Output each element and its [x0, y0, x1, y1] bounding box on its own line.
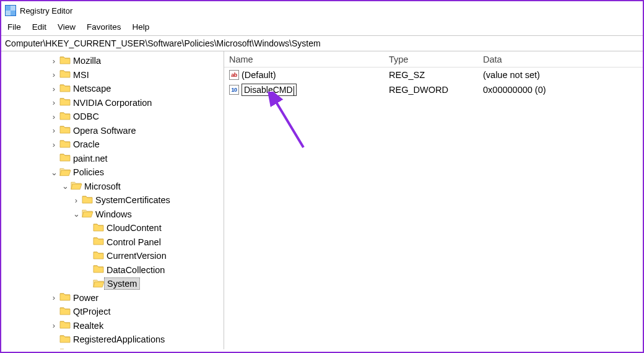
folder-icon — [58, 152, 73, 164]
folder-icon — [58, 334, 73, 346]
list-header: Name Type Data — [224, 51, 643, 68]
chevron-down-icon[interactable]: ⌄ — [50, 168, 58, 177]
tree-item-label: QtProject — [73, 307, 110, 316]
chevron-right-icon[interactable]: › — [72, 196, 80, 205]
folder-icon — [58, 167, 73, 178]
chevron-right-icon[interactable]: › — [50, 140, 58, 149]
chevron-down-icon[interactable]: ⌄ — [61, 181, 69, 191]
chevron-right-icon[interactable]: › — [50, 112, 58, 121]
dword-value-icon: 10 — [229, 85, 239, 95]
value-type: REG_DWORD — [384, 85, 478, 95]
value-data: (value not set) — [478, 70, 643, 80]
folder-icon — [58, 69, 73, 81]
value-row[interactable]: 10DisableCMDREG_DWORD0x00000000 (0) — [224, 82, 643, 97]
chevron-right-icon[interactable]: › — [50, 70, 58, 79]
tree-item-label: paint.net — [73, 154, 108, 163]
folder-icon — [80, 208, 95, 220]
menu-file[interactable]: File — [7, 22, 21, 32]
window-title: Registry Editor — [20, 6, 72, 15]
tree-item-datacollection[interactable]: DataCollection — [1, 263, 224, 277]
folder-icon — [58, 124, 73, 136]
value-data: 0x00000000 (0) — [478, 85, 643, 95]
tree-item-opera-software[interactable]: ›Opera Software — [1, 124, 224, 138]
tree-item-label: Windows — [95, 209, 132, 219]
values-list[interactable]: Name Type Data ab(Default)REG_SZ(value n… — [224, 51, 643, 349]
menu-edit[interactable]: Edit — [32, 22, 46, 32]
tree-item-label: Netscape — [73, 84, 111, 94]
folder-icon — [58, 55, 73, 67]
value-row[interactable]: ab(Default)REG_SZ(value not set) — [224, 68, 643, 82]
folder-icon — [92, 250, 107, 262]
tree-item-label: Oracle — [73, 139, 100, 149]
tree-item-microsoft[interactable]: ⌄Microsoft — [1, 180, 224, 194]
tree-item-label: NVIDIA Corporation — [73, 98, 152, 108]
chevron-right-icon[interactable]: › — [50, 321, 58, 330]
tree-item-label: Power — [73, 293, 98, 303]
folder-icon — [58, 139, 73, 150]
tree-item-label: MSI — [73, 70, 89, 80]
tree-item-power[interactable]: ›Power — [1, 291, 224, 305]
folder-icon — [80, 194, 95, 206]
app-icon — [5, 5, 16, 16]
value-name: (Default) — [242, 70, 276, 80]
tree-item-nvidia-corporation[interactable]: ›NVIDIA Corporation — [1, 96, 224, 110]
folder-icon — [58, 306, 73, 318]
chevron-right-icon[interactable]: › — [50, 56, 58, 66]
folder-icon — [58, 111, 73, 123]
tree-item-label: DataCollection — [107, 265, 165, 275]
tree-item-oracle[interactable]: ›Oracle — [1, 137, 224, 152]
content-area: ›Mozilla›MSI›Netscape›NVIDIA Corporation… — [1, 51, 643, 349]
tree-item-label: CloudContent — [107, 223, 162, 233]
tree-item-systemcertificates[interactable]: ›SystemCertificates — [1, 193, 224, 207]
menu-help[interactable]: Help — [133, 22, 150, 32]
tree-item-control-panel[interactable]: Control Panel — [1, 235, 224, 250]
tree-item-odbc[interactable]: ›ODBC — [1, 110, 224, 124]
folder-icon — [69, 180, 84, 192]
col-header-data[interactable]: Data — [478, 54, 643, 64]
folder-icon — [58, 347, 73, 349]
menu-view[interactable]: View — [58, 22, 76, 32]
tree-view[interactable]: ›Mozilla›MSI›Netscape›NVIDIA Corporation… — [1, 51, 224, 349]
tree-item-label: Mozilla — [73, 56, 101, 66]
tree-item-label: Policies — [73, 167, 104, 177]
menu-favorites[interactable]: Favorites — [87, 22, 121, 32]
chevron-right-icon[interactable]: › — [50, 98, 58, 107]
value-name-edit[interactable]: DisableCMD — [242, 84, 297, 96]
tree-item-label: SystemCertificates — [95, 195, 170, 205]
tree-item-mozilla[interactable]: ›Mozilla — [1, 54, 224, 68]
value-type: REG_SZ — [384, 70, 478, 80]
tree-item-label: CurrentVersion — [107, 251, 167, 261]
chevron-right-icon[interactable]: › — [50, 126, 58, 135]
col-header-type[interactable]: Type — [384, 54, 478, 64]
tree-item-label: ScriptHookV — [73, 349, 123, 349]
tree-item-label: Microsoft — [84, 181, 121, 191]
address-bar[interactable]: Computer\HKEY_CURRENT_USER\Software\Poli… — [1, 35, 643, 51]
folder-icon — [92, 222, 107, 234]
tree-item-cloudcontent[interactable]: CloudContent — [1, 221, 224, 235]
folder-icon — [58, 97, 73, 108]
tree-item-scripthookv[interactable]: ScriptHookV — [1, 347, 224, 350]
col-header-name[interactable]: Name — [224, 54, 384, 64]
tree-item-msi[interactable]: ›MSI — [1, 68, 224, 82]
folder-icon — [92, 264, 107, 276]
tree-item-netscape[interactable]: ›Netscape — [1, 82, 224, 96]
tree-item-currentversion[interactable]: CurrentVersion — [1, 249, 224, 263]
tree-item-policies[interactable]: ⌄Policies — [1, 165, 224, 180]
tree-item-realtek[interactable]: ›Realtek — [1, 319, 224, 333]
chevron-right-icon[interactable]: › — [50, 293, 58, 302]
tree-item-paint-net[interactable]: paint.net — [1, 152, 224, 166]
tree-item-registeredapplications[interactable]: RegisteredApplications — [1, 333, 224, 347]
menubar: File Edit View Favorites Help — [1, 20, 643, 35]
folder-icon — [58, 83, 73, 95]
title-bar: Registry Editor — [1, 1, 643, 20]
tree-item-label: System — [104, 277, 140, 290]
folder-icon — [58, 320, 73, 331]
tree-item-system[interactable]: System — [1, 277, 224, 291]
tree-item-qtproject[interactable]: QtProject — [1, 305, 224, 319]
tree-item-label: Opera Software — [73, 126, 136, 136]
chevron-right-icon[interactable]: › — [50, 84, 58, 94]
folder-icon — [58, 292, 73, 303]
chevron-down-icon[interactable]: ⌄ — [72, 209, 80, 219]
tree-item-label: ODBC — [73, 111, 99, 121]
tree-item-windows[interactable]: ⌄Windows — [1, 207, 224, 222]
